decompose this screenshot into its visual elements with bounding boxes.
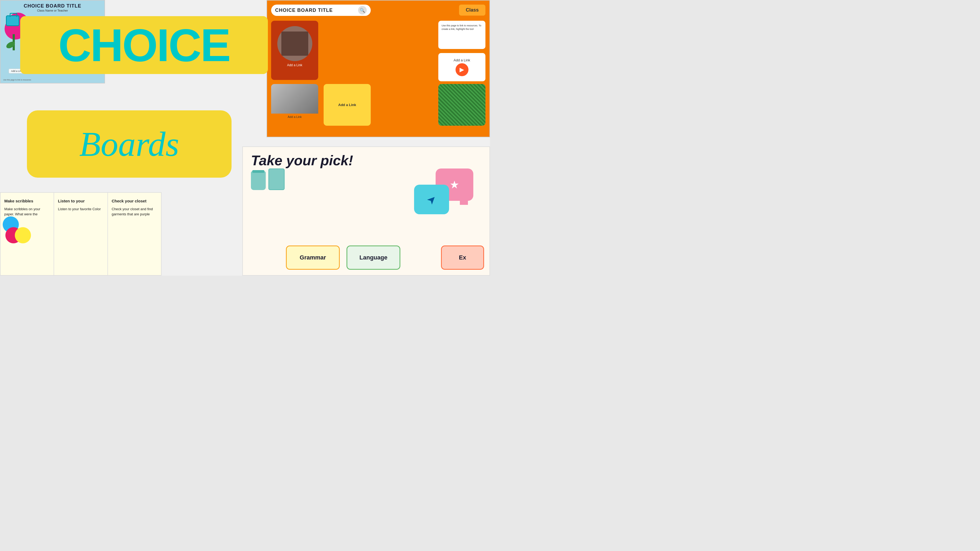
use-this-page-text: Use this page to link to resources	[3, 79, 31, 81]
tr-card-yellow: Add a Link	[324, 84, 371, 126]
laptop-photo-inner	[282, 32, 308, 56]
person-photo	[271, 84, 318, 114]
tc3-body: Check your closet and find garments that…	[112, 206, 157, 217]
tc2-title: Listen to your	[58, 198, 103, 204]
tr-description-text: Use this page to link to resources. To c…	[442, 24, 482, 31]
language-card[interactable]: Language	[347, 246, 400, 270]
star-icon: ★	[450, 178, 459, 191]
boards-banner: Boards	[27, 110, 232, 178]
take-your-pick-heading: Take your pick!	[243, 147, 490, 171]
grammar-card[interactable]: Grammar	[286, 246, 340, 270]
green-pattern	[438, 84, 485, 126]
color-circles-decoration	[3, 216, 30, 243]
tc2-body: Listen to your favorite Color	[58, 206, 103, 212]
search-value: CHOICE BOARD TITLE	[275, 8, 358, 13]
tr-add-link-2[interactable]: Add a Link	[453, 58, 470, 62]
class-tab[interactable]: Class	[459, 5, 485, 16]
panel-bottom-right: Take your pick! Grammar Language ★ ➤ Ex	[242, 146, 490, 276]
tl-title: CHOICE BOARD TITLE	[2, 3, 103, 9]
tr-add-link-1[interactable]: Add a Link	[271, 63, 318, 67]
tr-card-laptop: Add a Link	[271, 21, 318, 80]
speech-bubble-teal: ➤	[414, 185, 449, 214]
stationery-decoration	[251, 168, 285, 190]
briefcase-icon	[6, 15, 19, 26]
pencil-cup-icon	[251, 171, 266, 190]
arrow-icon: ➤	[424, 192, 439, 207]
search-icon[interactable]: 🔍	[358, 6, 367, 14]
tc1-body: Make scribbles on your paper. What were …	[4, 206, 50, 217]
tr-card-description: Use this page to link to resources. To c…	[438, 21, 485, 49]
laptop-photo	[277, 26, 312, 61]
tr-card-play: Add a Link ▶	[438, 53, 485, 81]
heart-icon	[460, 197, 468, 205]
tr-add-link-5[interactable]: Add a Link	[338, 103, 356, 107]
tl-header: CHOICE BOARD TITLE Class Name or Teacher	[0, 0, 105, 13]
text-card-3: Check your closet Check your closet and …	[108, 193, 161, 275]
choice-title: CHOICE	[58, 22, 230, 68]
person-photo-inner	[271, 84, 318, 114]
card-icons-area: ★ ➤	[436, 168, 473, 201]
ex-label: Ex	[459, 254, 466, 261]
tc1-title: Make scribbles	[4, 198, 50, 204]
tr-card-green	[438, 84, 485, 126]
ex-card[interactable]: Ex	[441, 246, 484, 270]
tc3-title: Check your closet	[112, 198, 157, 204]
boards-title: Boards	[80, 124, 179, 164]
language-label: Language	[360, 254, 387, 261]
panel-top-right: CHOICE BOARD TITLE 🔍 Class Add a Link Us…	[267, 0, 490, 137]
grammar-label: Grammar	[300, 254, 326, 261]
search-bar[interactable]: CHOICE BOARD TITLE 🔍	[271, 5, 371, 16]
tr-card-person: Add a Link	[271, 84, 318, 126]
circle-yellow	[15, 227, 31, 243]
choice-banner: CHOICE	[20, 16, 268, 74]
tr-add-link-4[interactable]: Add a Link	[271, 114, 318, 120]
text-card-2: Listen to your Listen to your favorite C…	[54, 193, 108, 275]
play-button[interactable]: ▶	[455, 63, 468, 76]
tl-subtitle: Class Name or Teacher	[2, 9, 103, 12]
notebook-icon	[269, 168, 285, 190]
